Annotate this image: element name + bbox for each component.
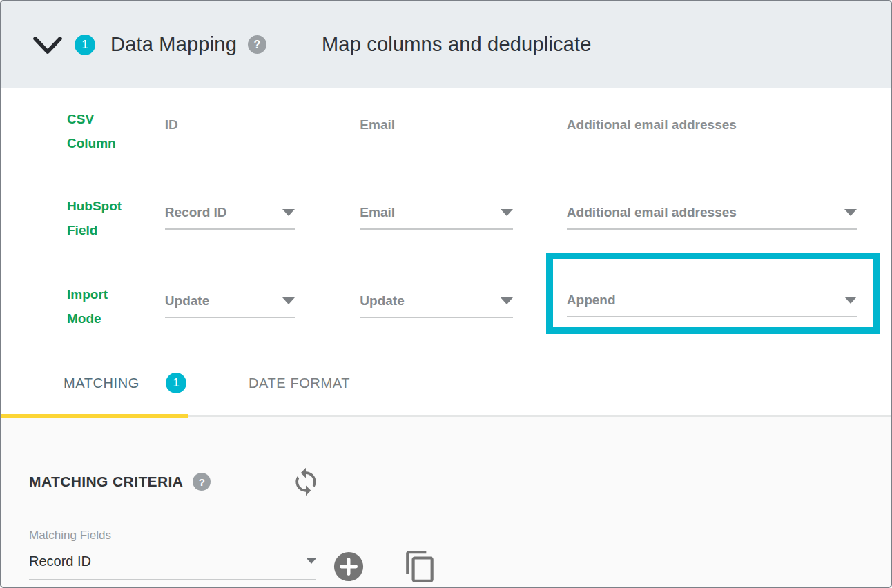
- step-badge: 1: [75, 35, 95, 55]
- matching-fields-label: Matching Fields: [29, 529, 891, 542]
- tab-matching[interactable]: MATCHING 1: [64, 373, 186, 393]
- plus-circle-icon[interactable]: [333, 551, 365, 582]
- row-label-import-mode: Import Mode: [67, 282, 165, 331]
- import-mode-dropdown-id[interactable]: Update: [165, 293, 295, 318]
- import-mode-row: Import Mode Update Update Append: [1, 282, 891, 331]
- tab-matching-label: MATCHING: [64, 375, 139, 391]
- panel-title: Data Mapping: [110, 33, 237, 56]
- dropdown-value: Record ID: [29, 553, 91, 569]
- csv-header-id: ID: [165, 107, 360, 133]
- help-icon[interactable]: ?: [193, 473, 211, 491]
- panel-subtitle: Map columns and deduplicate: [322, 33, 592, 56]
- dropdown-caret-icon: [844, 209, 857, 216]
- hubspot-field-dropdown-email[interactable]: Email: [360, 205, 513, 230]
- dropdown-value: Email: [360, 205, 395, 220]
- dropdown-value: Update: [360, 293, 404, 308]
- copy-icon[interactable]: [403, 549, 438, 584]
- row-label-hubspot-field: HubSpot Field: [67, 194, 165, 242]
- dropdown-caret-icon: [501, 297, 513, 304]
- hubspot-field-dropdown-id[interactable]: Record ID: [165, 205, 295, 230]
- matching-criteria-section: MATCHING CRITERIA ? Matching Fields Reco…: [1, 417, 891, 587]
- dropdown-value: Additional email addresses: [567, 205, 737, 220]
- dropdown-value: Append: [567, 293, 616, 308]
- hubspot-field-dropdown-additional-emails[interactable]: Additional email addresses: [567, 205, 857, 230]
- dropdown-value: Update: [165, 293, 209, 308]
- dropdown-caret-icon: [282, 297, 295, 304]
- dropdown-caret-icon: [307, 558, 316, 564]
- hubspot-field-row: HubSpot Field Record ID Email Additional…: [1, 194, 891, 242]
- tab-date-format-label: DATE FORMAT: [249, 375, 350, 391]
- help-icon[interactable]: ?: [248, 35, 266, 54]
- refresh-sync-icon[interactable]: [291, 467, 321, 497]
- active-tab-underline: [1, 414, 188, 418]
- csv-header-additional-emails: Additional email addresses: [567, 107, 891, 133]
- dropdown-caret-icon: [844, 297, 857, 304]
- dropdown-caret-icon: [282, 209, 295, 216]
- csv-header-email: Email: [360, 107, 566, 133]
- tab-matching-badge: 1: [166, 373, 186, 393]
- import-mode-dropdown-email[interactable]: Update: [360, 293, 513, 318]
- tab-bar: MATCHING 1 DATE FORMAT: [1, 354, 891, 417]
- csv-column-row: CSV Column ID Email Additional email add…: [1, 107, 891, 155]
- mapping-table: CSV Column ID Email Additional email add…: [1, 88, 891, 331]
- highlight-box: Append: [546, 253, 880, 334]
- chevron-down-icon[interactable]: [32, 35, 64, 55]
- tab-date-format[interactable]: DATE FORMAT: [249, 375, 350, 391]
- matching-fields-dropdown[interactable]: Record ID: [29, 553, 316, 580]
- matching-criteria-title: MATCHING CRITERIA: [29, 473, 183, 490]
- dropdown-value: Record ID: [165, 205, 227, 220]
- data-mapping-panel: 1 Data Mapping ? Map columns and dedupli…: [0, 0, 892, 588]
- panel-header: 1 Data Mapping ? Map columns and dedupli…: [1, 1, 891, 88]
- dropdown-caret-icon: [501, 209, 513, 216]
- import-mode-dropdown-additional-emails[interactable]: Append: [567, 293, 857, 317]
- row-label-csv-column: CSV Column: [67, 107, 165, 155]
